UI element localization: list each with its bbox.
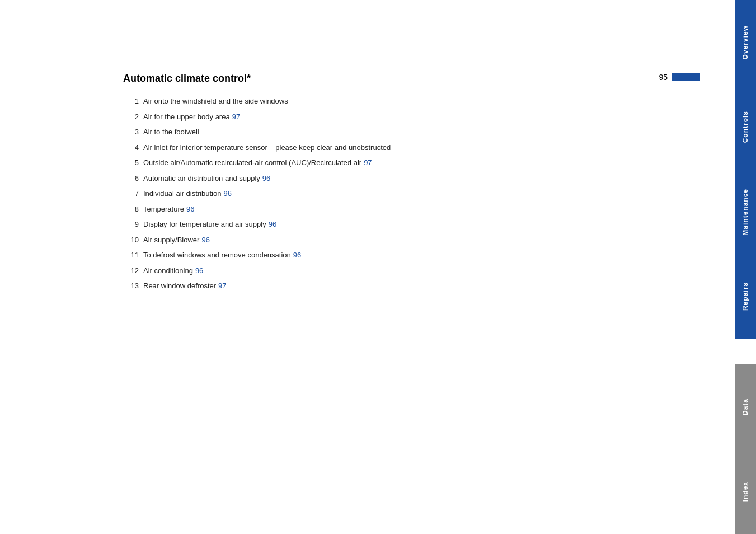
item-number: 9: [123, 219, 139, 230]
page-number-bar: [672, 73, 700, 81]
item-link[interactable]: 97: [232, 113, 240, 121]
list-item: 10Air supply/Blower96: [123, 235, 599, 246]
list-item: 9Display for temperature and air supply9…: [123, 219, 599, 230]
item-number: 10: [123, 235, 139, 246]
page-title: Automatic climate control*: [123, 73, 599, 85]
tab-overview[interactable]: Overview: [735, 0, 756, 85]
item-link[interactable]: 96: [201, 236, 209, 244]
tab-data[interactable]: Data: [735, 364, 756, 449]
tab-repairs[interactable]: Repairs: [735, 254, 756, 339]
item-number: 12: [123, 265, 139, 277]
list-item: 5Outside air/Automatic recirculated-air …: [123, 157, 599, 168]
tab-label-data: Data: [741, 399, 749, 415]
item-link[interactable]: 96: [269, 220, 276, 228]
item-link[interactable]: 96: [195, 266, 203, 275]
item-number: 13: [123, 280, 139, 292]
item-number: 1: [123, 96, 139, 107]
item-text: Air for the upper body area97: [143, 111, 240, 123]
list-item: 4Air inlet for interior temperature sens…: [123, 142, 599, 153]
tab-controls[interactable]: Controls: [735, 85, 756, 169]
item-text: Air conditioning96: [143, 265, 203, 277]
item-text: Temperature96: [143, 204, 194, 215]
item-text: Automatic air distribution and supply96: [143, 173, 270, 184]
tab-label-index: Index: [741, 481, 749, 502]
tab-label-maintenance: Maintenance: [741, 189, 749, 236]
list-item: 12Air conditioning96: [123, 265, 599, 277]
item-number: 8: [123, 204, 139, 215]
main-content: Automatic climate control* 1Air onto the…: [123, 73, 599, 296]
item-text: Air supply/Blower96: [143, 235, 210, 246]
item-text: Air onto the windshield and the side win…: [143, 96, 288, 107]
item-number: 7: [123, 188, 139, 199]
item-text: Air inlet for interior temperature senso…: [143, 142, 391, 153]
tab-index[interactable]: Index: [735, 449, 756, 534]
item-number: 3: [123, 127, 139, 138]
list-item: 8Temperature96: [123, 204, 599, 215]
item-link[interactable]: 97: [364, 158, 372, 167]
item-text: Air to the footwell: [143, 127, 199, 138]
page-number-container: 95: [659, 73, 700, 82]
list-item: 11To defrost windows and remove condensa…: [123, 250, 599, 261]
page-number: 95: [659, 73, 668, 82]
item-number: 5: [123, 157, 139, 168]
list-item: 1Air onto the windshield and the side wi…: [123, 96, 599, 107]
item-text: To defrost windows and remove condensati…: [143, 250, 301, 261]
list-item: 6Automatic air distribution and supply96: [123, 173, 599, 184]
sidebar-tabs: OverviewControlsMaintenanceRepairsDataIn…: [735, 0, 756, 534]
list-item: 7Individual air distribution96: [123, 188, 599, 199]
tab-label-controls: Controls: [741, 111, 749, 143]
list-item: 3Air to the footwell: [123, 127, 599, 138]
item-link[interactable]: 96: [223, 189, 231, 198]
item-number: 4: [123, 142, 139, 153]
item-link[interactable]: 96: [186, 205, 194, 213]
tab-label-repairs: Repairs: [741, 282, 749, 311]
list-item: 13Rear window defroster97: [123, 280, 599, 292]
item-text: Individual air distribution96: [143, 188, 232, 199]
item-text: Rear window defroster97: [143, 280, 227, 292]
item-text: Outside air/Automatic recirculated-air c…: [143, 157, 372, 168]
tab-spacer: [735, 339, 756, 364]
tab-label-overview: Overview: [741, 25, 749, 59]
item-number: 11: [123, 250, 139, 261]
tab-maintenance[interactable]: Maintenance: [735, 170, 756, 254]
item-text: Display for temperature and air supply96: [143, 219, 276, 230]
item-list: 1Air onto the windshield and the side wi…: [123, 96, 599, 292]
list-item: 2Air for the upper body area97: [123, 111, 599, 123]
item-link[interactable]: 97: [218, 282, 226, 290]
item-number: 2: [123, 111, 139, 123]
item-number: 6: [123, 173, 139, 184]
item-link[interactable]: 96: [293, 251, 301, 259]
item-link[interactable]: 96: [262, 174, 270, 182]
